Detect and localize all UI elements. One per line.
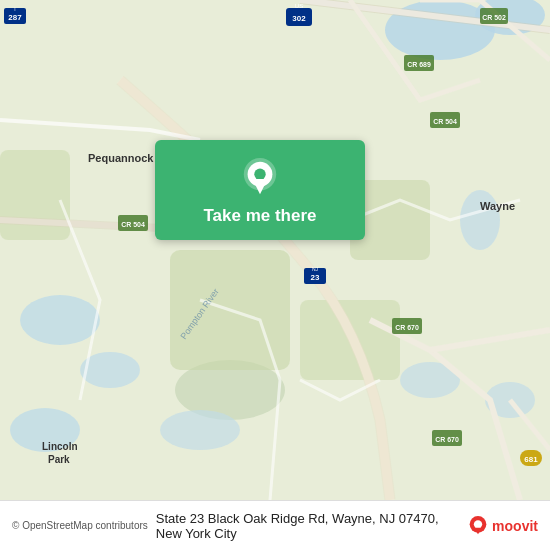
map-container: Pompton River 302 US 23 NJ 23 NJ CR 502 … <box>0 0 550 500</box>
attribution: © OpenStreetMap contributors <box>12 520 148 531</box>
svg-text:CR 504: CR 504 <box>433 118 457 125</box>
svg-point-48 <box>254 168 265 179</box>
button-overlay: Take me there <box>155 140 365 240</box>
svg-text:287: 287 <box>8 13 22 22</box>
bottom-bar: © OpenStreetMap contributors State 23 Bl… <box>0 500 550 550</box>
svg-text:I: I <box>14 6 15 12</box>
take-me-there-button[interactable]: Take me there <box>155 140 365 240</box>
svg-text:Wayne: Wayne <box>480 200 515 212</box>
svg-text:US: US <box>295 3 303 9</box>
svg-text:CR 670: CR 670 <box>395 324 419 331</box>
svg-text:CR 502: CR 502 <box>482 14 506 21</box>
svg-text:302: 302 <box>292 14 306 23</box>
moovit-logo: moovit <box>468 516 538 536</box>
svg-text:681: 681 <box>524 455 538 464</box>
take-me-there-label: Take me there <box>203 206 316 225</box>
svg-text:Park: Park <box>48 454 70 465</box>
svg-point-7 <box>160 410 240 450</box>
moovit-pin-icon <box>468 516 488 536</box>
svg-text:23: 23 <box>311 273 320 282</box>
svg-text:CR 689: CR 689 <box>407 61 431 68</box>
svg-text:CR 670: CR 670 <box>435 436 459 443</box>
svg-text:CR 504: CR 504 <box>121 221 145 228</box>
address-text: State 23 Black Oak Ridge Rd, Wayne, NJ 0… <box>156 511 460 541</box>
svg-text:Pequannock: Pequannock <box>88 152 154 164</box>
svg-text:Lincoln: Lincoln <box>42 441 78 452</box>
osm-attribution: © OpenStreetMap contributors <box>12 520 148 531</box>
svg-point-8 <box>460 190 500 250</box>
location-pin-icon <box>243 158 277 198</box>
moovit-brand-label: moovit <box>492 518 538 534</box>
svg-point-51 <box>474 520 482 528</box>
svg-point-3 <box>20 295 100 345</box>
svg-text:NJ: NJ <box>312 266 319 272</box>
